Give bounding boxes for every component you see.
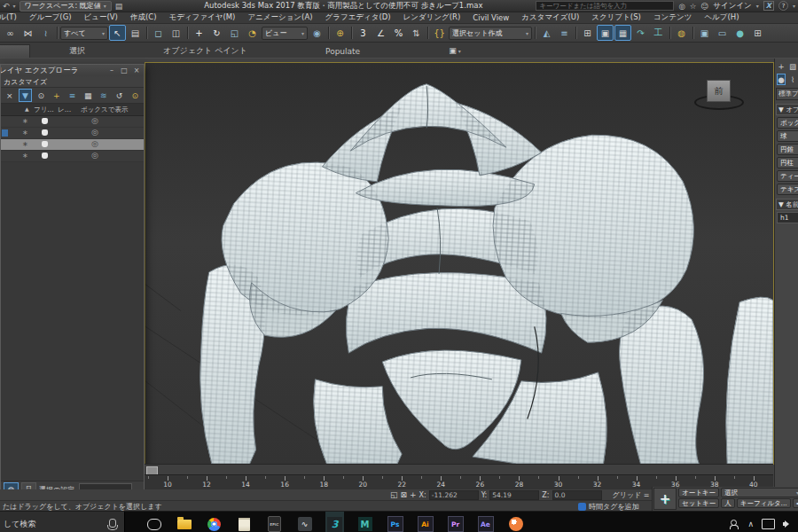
box-display-icon[interactable]: ◎ xyxy=(91,151,98,160)
viewport[interactable]: 前 xyxy=(145,62,774,465)
selection-filter-select[interactable]: すべて▾ xyxy=(60,27,108,40)
menu-item[interactable]: カスタマイズ(U) xyxy=(515,12,585,23)
menu-item[interactable]: モディファイヤ(M) xyxy=(163,12,242,23)
explorer-title-bar[interactable]: レイヤ エクスプローラ – □ × xyxy=(1,65,144,76)
create-shapes-icon[interactable]: ⌇ xyxy=(788,74,797,85)
render-icon[interactable] xyxy=(42,141,48,147)
selection-lock-toggle[interactable]: ⊠ xyxy=(401,490,408,499)
edit-named-selections-button[interactable]: {} xyxy=(431,25,448,41)
file-explorer-icon[interactable] xyxy=(175,512,193,532)
notes-app-icon[interactable] xyxy=(235,512,254,532)
workspace-select[interactable]: ワークスペース: 既定値 ▾ xyxy=(20,1,112,12)
box-display-icon[interactable]: ◎ xyxy=(91,139,98,148)
freeze-icon[interactable]: ∗ xyxy=(22,129,28,137)
menu-item[interactable]: Civil View xyxy=(466,13,515,22)
name-color-rollout[interactable]: ▼ 名前と色 xyxy=(776,199,798,210)
tab-selection[interactable]: 選択 xyxy=(30,44,124,58)
column-header[interactable]: レ… xyxy=(58,106,71,114)
display-icon[interactable] xyxy=(762,519,775,529)
walkthrough-icon[interactable]: 人 xyxy=(721,498,735,508)
maya-icon[interactable]: M xyxy=(356,512,374,532)
layer-grid-icon[interactable]: ▦ xyxy=(81,89,95,102)
select-children-icon[interactable]: ↺ xyxy=(113,89,127,102)
help-icon[interactable]: ? xyxy=(778,1,788,11)
render-icon[interactable] xyxy=(42,153,48,159)
close-icon[interactable]: × xyxy=(132,66,141,75)
menu-item[interactable]: ヘルプ(H) xyxy=(698,12,745,23)
column-header[interactable]: ボックスで表示 xyxy=(81,106,128,114)
maximize-icon[interactable]: □ xyxy=(120,66,129,75)
select-object-button[interactable]: ↖ xyxy=(109,25,126,41)
primitive-category-select[interactable]: 標準プリミティブ xyxy=(776,88,798,100)
zbrush-icon[interactable]: ∿ xyxy=(295,512,314,532)
object-name-field[interactable]: h1 xyxy=(777,212,798,223)
y-coordinate-field[interactable]: 54.19 xyxy=(489,490,539,500)
premiere-icon[interactable]: Pr xyxy=(446,512,465,532)
button-box[interactable]: ボックス xyxy=(777,117,798,129)
favorites-icon[interactable]: ☆ xyxy=(690,2,697,11)
render-setup-button[interactable]: ▣ xyxy=(696,25,713,41)
menu-item[interactable]: グラフエディタ(D) xyxy=(319,12,397,23)
add-time-tag-button[interactable]: 時間タグを追加 xyxy=(578,502,639,512)
layer-row[interactable]: ∗◎ xyxy=(1,139,144,151)
unlink-selection-icon[interactable]: ⋈ xyxy=(20,25,36,41)
illustrator-icon[interactable]: Ai xyxy=(416,512,434,532)
viewcube-front-face[interactable]: 前 xyxy=(707,80,731,102)
toggle-ribbon-button[interactable]: ▦ xyxy=(614,25,631,41)
menu-item[interactable]: ツール(T) xyxy=(0,12,23,23)
tab-populate[interactable]: Populate xyxy=(286,44,399,58)
select-and-link-icon[interactable]: ∞ xyxy=(2,25,19,41)
frame-spinner[interactable]: ◀▶ xyxy=(793,498,798,508)
freeze-icon[interactable]: ∗ xyxy=(22,117,28,125)
rectangular-selection-button[interactable]: ◻ xyxy=(150,25,167,41)
command-panel-plus-icon[interactable]: + xyxy=(777,60,786,72)
app-menu-icon[interactable]: ↶ xyxy=(3,2,10,11)
spinner-snap-toggle[interactable]: ⇅ xyxy=(408,25,425,41)
bind-to-spacewarp-icon[interactable]: ≀ xyxy=(37,25,54,41)
state-sets-button[interactable]: ⊞ xyxy=(749,25,766,41)
viewport-canvas[interactable] xyxy=(145,63,773,464)
menu-item[interactable]: グループ(G) xyxy=(23,12,78,23)
tab-freeform[interactable]: フリーフォーム xyxy=(0,44,30,58)
app-menu-caret-icon[interactable]: ▾ xyxy=(13,3,16,9)
epic-games-icon[interactable]: EPIC xyxy=(265,512,284,532)
display-none-icon[interactable]: × xyxy=(3,89,17,102)
box-display-icon[interactable]: ◎ xyxy=(91,116,98,125)
button-cone[interactable]: 円錐 xyxy=(777,144,798,155)
community-icon[interactable]: ◎ xyxy=(678,2,685,11)
display-filter-icon[interactable]: ▼ xyxy=(19,89,33,102)
help-search-input[interactable] xyxy=(536,1,674,11)
tab-object-paint[interactable]: オブジェクト ペイント xyxy=(124,44,286,58)
minimize-icon[interactable]: – xyxy=(107,66,116,75)
windows-search-box[interactable]: して検索 xyxy=(0,512,125,532)
layer-row[interactable]: ∗◎ xyxy=(1,128,144,139)
render-production-button[interactable]: ● xyxy=(732,25,748,41)
lock-layer-icon[interactable]: ⊙ xyxy=(128,89,142,102)
tray-chevron-icon[interactable]: ∧ xyxy=(747,520,754,528)
pick-parent-icon[interactable]: + xyxy=(50,89,64,102)
toggle-layer-explorer-button[interactable]: ▣ xyxy=(597,25,614,41)
layer-row[interactable]: ∗◎ xyxy=(1,151,144,162)
photoshop-icon[interactable]: Ps xyxy=(386,512,404,532)
task-view-icon[interactable] xyxy=(145,512,163,532)
transform-gizmo-icon[interactable]: + xyxy=(653,488,677,510)
signin-caret-icon[interactable]: ▾ xyxy=(756,3,759,9)
object-type-rollout[interactable]: ▼ オブジェクトタイプ xyxy=(776,104,798,115)
command-panel-tab-icon[interactable]: ▨ xyxy=(788,60,797,72)
button-cylinder[interactable]: 円柱 xyxy=(777,157,798,168)
column-header[interactable]: フリ… xyxy=(34,106,54,114)
explorer-empty-area[interactable] xyxy=(1,162,144,481)
select-by-name-button[interactable]: ▤ xyxy=(127,25,144,41)
curve-editor-button[interactable]: ↷ xyxy=(632,25,649,41)
add-to-layer-icon[interactable]: ≋ xyxy=(97,89,111,102)
menu-item[interactable]: アニメーション(A) xyxy=(241,12,318,23)
chrome-icon[interactable] xyxy=(205,512,223,532)
microphone-icon[interactable] xyxy=(109,519,116,528)
material-editor-button[interactable]: ◍ xyxy=(673,25,690,41)
schematic-view-button[interactable]: 工 xyxy=(650,25,667,41)
button-textplus[interactable]: テキストプラス xyxy=(777,184,798,195)
speaker-icon[interactable] xyxy=(783,520,794,528)
layer-row[interactable]: ∗◎ xyxy=(1,116,144,128)
explorer-column-header[interactable]: ▲フリ…レ…ボックスで表示 xyxy=(1,104,144,116)
3dsmax-icon[interactable]: 3 xyxy=(325,512,344,532)
